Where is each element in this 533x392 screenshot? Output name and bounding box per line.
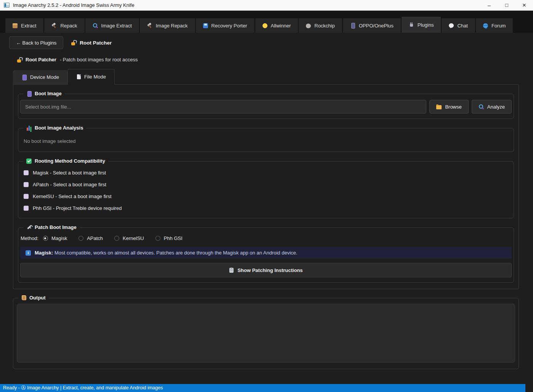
- tab-forum[interactable]: Forum: [476, 18, 513, 33]
- minimize-button[interactable]: –: [480, 0, 498, 10]
- face-icon: [262, 23, 267, 28]
- scroll-icon: [22, 295, 26, 300]
- tab-chat[interactable]: Chat: [442, 18, 475, 33]
- phone-icon: [26, 91, 32, 96]
- folder-icon: [436, 105, 442, 109]
- patch-boot-image-group: Patch Boot Image Method: Magisk APatch K…: [18, 227, 514, 283]
- boot-image-path-input[interactable]: [20, 100, 426, 114]
- tab-label: Forum: [491, 23, 506, 29]
- tab-label: Plugins: [418, 22, 434, 28]
- info-icon: [26, 250, 31, 256]
- compat-item-label: Phh GSI - Project Treble device required: [33, 205, 122, 211]
- tab-file-mode[interactable]: File Mode: [67, 69, 115, 85]
- hammer-icon: [147, 23, 152, 28]
- compat-item-label: APatch - Select a boot image first: [33, 182, 106, 187]
- bar-chart-icon: [26, 125, 32, 131]
- radio-apatch[interactable]: [78, 236, 83, 241]
- tab-repack[interactable]: Repack: [44, 18, 84, 33]
- analysis-empty-text: No boot image selected: [18, 128, 514, 152]
- compatibility-list: Magisk - Select a boot image first APatc…: [18, 162, 514, 218]
- compat-item-magisk: Magisk - Select a boot image first: [24, 170, 508, 176]
- compat-item-apatch: APatch - Select a boot image first: [24, 182, 508, 187]
- plugin-subtitle-text: - Patch boot images for root access: [60, 57, 138, 62]
- hammer-icon: [51, 23, 57, 28]
- device-icon: [21, 75, 27, 80]
- method-info-bold: Magisk:: [35, 250, 53, 256]
- group-title: Rooting Method Compatibility: [35, 158, 105, 164]
- tab-extract[interactable]: Extract: [5, 18, 43, 33]
- tab-label: Allwinner: [271, 23, 291, 29]
- compat-item-phh-gsi: Phh GSI - Project Treble device required: [24, 205, 508, 211]
- plugin-header-bar: ← Back to Plugins Root Patcher: [9, 36, 533, 49]
- output-group-label: Output: [18, 295, 49, 301]
- phone-icon: [350, 23, 355, 28]
- plugin-title: Root Patcher: [71, 40, 112, 46]
- app-icon: [4, 3, 10, 8]
- boot-image-analysis-group: Boot Image Analysis No boot image select…: [18, 128, 514, 152]
- tab-label: Chat: [457, 23, 467, 29]
- floppy-icon: [203, 23, 208, 28]
- lock-open-icon: [71, 40, 76, 45]
- chat-icon: [449, 23, 454, 28]
- tab-plugins[interactable]: Plugins: [402, 17, 441, 33]
- method-info-text: Magisk: Most compatible, works on almost…: [35, 250, 297, 256]
- method-row: Method: Magisk APatch KernelSU Phh GSI: [20, 235, 512, 241]
- boot-image-row: Browse Analyze: [18, 94, 514, 118]
- radio-phh-gsi[interactable]: [155, 236, 160, 241]
- group-title: Boot Image Analysis: [35, 125, 83, 131]
- boot-image-group: Boot Image Browse Analyze: [18, 94, 514, 119]
- magnifier-icon: [479, 104, 484, 109]
- patch-body: Method: Magisk APatch KernelSU Phh GSI M…: [18, 228, 514, 282]
- output-group: Output: [13, 298, 519, 369]
- radio-kernelsu[interactable]: [114, 236, 119, 241]
- output-textarea[interactable]: [17, 304, 515, 363]
- rock-icon: [306, 24, 311, 28]
- magnifier-icon: [93, 23, 98, 28]
- tab-label: File Mode: [84, 74, 106, 80]
- tab-oppo-oneplus[interactable]: OPPO/OnePlus: [343, 18, 401, 33]
- compatibility-group-label: Rooting Method Compatibility: [23, 158, 108, 164]
- radio-label-phh-gsi[interactable]: Phh GSI: [164, 235, 182, 241]
- tab-label: Extract: [21, 23, 36, 29]
- plugin-title-text: Root Patcher: [80, 40, 112, 46]
- browse-button[interactable]: Browse: [429, 100, 468, 114]
- back-to-plugins-button[interactable]: ← Back to Plugins: [9, 36, 63, 49]
- lock-open-icon: [17, 57, 22, 62]
- title-bar: Image Anarchy 2.5.2 - Android Image Swis…: [0, 0, 533, 11]
- pending-square-icon: [24, 170, 29, 175]
- radio-magisk[interactable]: [43, 236, 48, 241]
- tab-label: Device Mode: [30, 74, 59, 80]
- show-patching-instructions-button[interactable]: Show Patching Instructions: [20, 263, 512, 277]
- group-title: Output: [29, 295, 46, 301]
- status-text: Ready - Ⓐ Image Anarchy | Extract, creat…: [3, 385, 163, 391]
- tab-label: OPPO/OnePlus: [359, 23, 394, 29]
- compatibility-group: Rooting Method Compatibility Magisk - Se…: [18, 161, 514, 218]
- group-title: Boot Image: [35, 91, 62, 96]
- tab-image-repack[interactable]: Image Repack: [140, 18, 195, 33]
- globe-icon: [483, 23, 488, 28]
- analysis-group-label: Boot Image Analysis: [23, 125, 86, 131]
- radio-label-kernelsu[interactable]: KernelSU: [123, 235, 144, 241]
- check-mark-icon: [26, 158, 32, 164]
- tab-image-extract[interactable]: Image Extract: [85, 18, 139, 33]
- analyze-button[interactable]: Analyze: [472, 100, 512, 114]
- file-icon: [77, 74, 81, 79]
- plugin-subtitle-bold: Root Patcher: [26, 57, 56, 62]
- pending-square-icon: [24, 194, 29, 199]
- tab-recovery-porter[interactable]: Recovery Porter: [196, 18, 254, 33]
- tab-label: Image Extract: [101, 23, 132, 29]
- tab-allwinner[interactable]: Allwinner: [255, 18, 298, 33]
- maximize-button[interactable]: □: [498, 0, 515, 10]
- close-button[interactable]: ×: [515, 0, 533, 10]
- analyze-button-label: Analyze: [487, 104, 505, 110]
- tab-device-mode[interactable]: Device Mode: [13, 70, 67, 84]
- tab-label: Repack: [60, 23, 77, 29]
- group-title: Patch Boot Image: [35, 224, 77, 230]
- radio-label-apatch[interactable]: APatch: [87, 235, 103, 241]
- compat-item-kernelsu: KernelSU - Select a boot image first: [24, 194, 508, 199]
- radio-label-magisk[interactable]: Magisk: [51, 235, 67, 241]
- tab-rockchip[interactable]: Rockchip: [299, 18, 342, 33]
- patch-group-label: Patch Boot Image: [23, 224, 80, 230]
- boot-image-group-label: Boot Image: [23, 91, 65, 96]
- pending-square-icon: [24, 182, 29, 187]
